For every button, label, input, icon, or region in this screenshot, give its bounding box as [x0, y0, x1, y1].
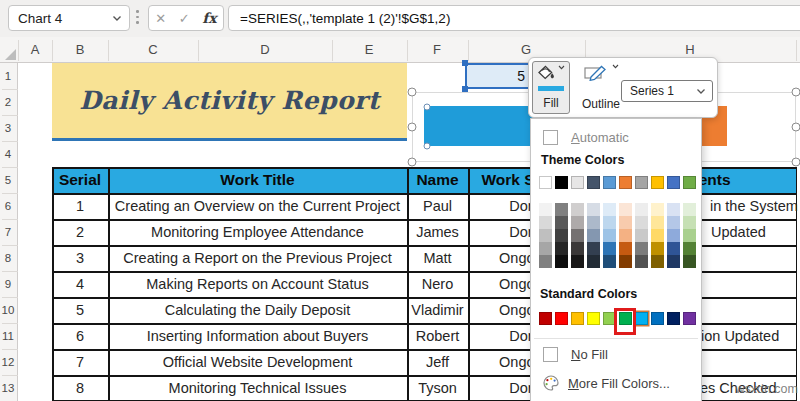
standard-color-swatch[interactable]: [571, 312, 584, 325]
outline-button[interactable]: Outline: [577, 61, 625, 114]
theme-variant-swatch[interactable]: [651, 203, 664, 216]
theme-variant-swatch[interactable]: [587, 255, 600, 268]
theme-variant-swatch[interactable]: [555, 229, 568, 242]
theme-color-swatch[interactable]: [635, 176, 648, 189]
cell-work-title[interactable]: Creating a Report on the Previous Projec…: [108, 245, 407, 271]
theme-variant-swatch[interactable]: [651, 229, 664, 242]
column-header-F[interactable]: F: [433, 42, 441, 57]
theme-color-swatch[interactable]: [571, 176, 584, 189]
theme-variant-swatch[interactable]: [667, 242, 680, 255]
theme-variant-swatch[interactable]: [619, 255, 632, 268]
theme-variant-swatch[interactable]: [651, 242, 664, 255]
theme-variant-swatch[interactable]: [683, 203, 696, 216]
cell-comment[interactable]: ion Updated: [701, 323, 779, 349]
theme-variant-swatch[interactable]: [683, 242, 696, 255]
column-header-H[interactable]: H: [685, 42, 694, 57]
cancel-icon[interactable]: ✕: [155, 11, 166, 26]
chart-selection-handle[interactable]: [408, 123, 417, 132]
theme-variant-swatch[interactable]: [603, 203, 616, 216]
row-header-12[interactable]: 12: [0, 349, 16, 375]
theme-variant-swatch[interactable]: [667, 255, 680, 268]
theme-variant-swatch[interactable]: [619, 216, 632, 229]
cell-name[interactable]: Paul: [407, 193, 468, 219]
menu-item-automatic[interactable]: Automatic: [531, 126, 701, 148]
cell-name[interactable]: Vladimir: [407, 297, 468, 323]
standard-color-swatch[interactable]: [539, 312, 552, 325]
theme-variant-swatch[interactable]: [539, 203, 552, 216]
theme-variant-swatch[interactable]: [667, 229, 680, 242]
chart-selection-handle[interactable]: [792, 88, 800, 97]
row-header-11[interactable]: 11: [0, 323, 16, 349]
cell-serial[interactable]: 2: [52, 219, 108, 245]
cell-serial[interactable]: 7: [52, 349, 108, 375]
row-header-4[interactable]: 4: [0, 141, 16, 167]
cell-serial[interactable]: 6: [52, 323, 108, 349]
row-header-10[interactable]: 10: [0, 297, 16, 323]
cell-work-title[interactable]: Official Website Development: [108, 349, 407, 375]
theme-variant-swatch[interactable]: [651, 255, 664, 268]
theme-color-swatch[interactable]: [555, 176, 568, 189]
cell-comment[interactable]: Updated: [711, 219, 766, 245]
theme-variant-swatch[interactable]: [587, 203, 600, 216]
table-header-serial[interactable]: Serial: [52, 167, 108, 193]
chart-selection-handle[interactable]: [792, 158, 800, 167]
theme-variant-swatch[interactable]: [555, 242, 568, 255]
table-header-work-title[interactable]: Work Title: [108, 167, 407, 193]
range-handle[interactable]: [462, 60, 468, 66]
range-handle[interactable]: [462, 86, 468, 92]
theme-variant-swatch[interactable]: [651, 216, 664, 229]
theme-variant-swatch[interactable]: [539, 216, 552, 229]
theme-variant-swatch[interactable]: [619, 203, 632, 216]
row-header-5[interactable]: 5: [0, 167, 16, 193]
row-header-2[interactable]: 2: [0, 89, 16, 115]
column-header-D[interactable]: D: [260, 42, 269, 57]
cell-serial[interactable]: 8: [52, 375, 108, 401]
chart-selection-handle[interactable]: [408, 88, 417, 97]
cell-serial[interactable]: 4: [52, 271, 108, 297]
theme-variant-swatch[interactable]: [683, 255, 696, 268]
cell-name[interactable]: Matt: [407, 245, 468, 271]
cell-serial[interactable]: 1: [52, 193, 108, 219]
theme-variant-swatch[interactable]: [603, 216, 616, 229]
theme-color-swatch[interactable]: [667, 176, 680, 189]
theme-variant-swatch[interactable]: [683, 229, 696, 242]
fill-button[interactable]: Fill: [532, 61, 570, 114]
standard-color-swatch[interactable]: [555, 312, 568, 325]
row-header-3[interactable]: 3: [0, 115, 16, 141]
menu-item-no-fill[interactable]: No Fill: [531, 342, 701, 366]
theme-variant-swatch[interactable]: [635, 229, 648, 242]
theme-variant-swatch[interactable]: [555, 216, 568, 229]
menu-item-more-fill-colors[interactable]: More Fill Colors...: [531, 371, 701, 395]
cell-serial[interactable]: 5: [52, 297, 108, 323]
theme-variant-swatch[interactable]: [635, 216, 648, 229]
row-header-13[interactable]: 13: [0, 375, 16, 401]
name-box[interactable]: Chart 4: [8, 5, 130, 31]
theme-color-swatch[interactable]: [651, 176, 664, 189]
chevron-down-icon[interactable]: [112, 15, 122, 22]
series-selection-handle[interactable]: [424, 143, 431, 150]
cell-work-title[interactable]: Calculating the Daily Deposit: [108, 297, 407, 323]
theme-variant-swatch[interactable]: [667, 203, 680, 216]
theme-variant-swatch[interactable]: [619, 242, 632, 255]
standard-color-swatch[interactable]: [667, 312, 680, 325]
theme-color-swatch[interactable]: [683, 176, 696, 189]
table-header-name[interactable]: Name: [407, 167, 468, 193]
theme-variant-swatch[interactable]: [603, 255, 616, 268]
cell-name[interactable]: James: [407, 219, 468, 245]
standard-color-swatch[interactable]: [683, 312, 696, 325]
row-header-9[interactable]: 9: [0, 271, 16, 297]
cell-name[interactable]: Tyson: [407, 375, 468, 401]
cell-work-title[interactable]: Monitoring Technical Issues: [108, 375, 407, 401]
theme-variant-swatch[interactable]: [539, 242, 552, 255]
column-header-A[interactable]: A: [31, 42, 40, 57]
theme-variant-swatch[interactable]: [619, 229, 632, 242]
theme-variant-swatch[interactable]: [587, 242, 600, 255]
standard-color-swatch[interactable]: [635, 312, 648, 325]
chart-element-selector[interactable]: Series 1: [621, 80, 713, 102]
cell-work-title[interactable]: Inserting Information about Buyers: [108, 323, 407, 349]
theme-color-swatch[interactable]: [539, 176, 552, 189]
theme-variant-swatch[interactable]: [587, 229, 600, 242]
theme-variant-swatch[interactable]: [555, 255, 568, 268]
theme-variant-swatch[interactable]: [635, 255, 648, 268]
enter-icon[interactable]: ✓: [179, 11, 190, 26]
